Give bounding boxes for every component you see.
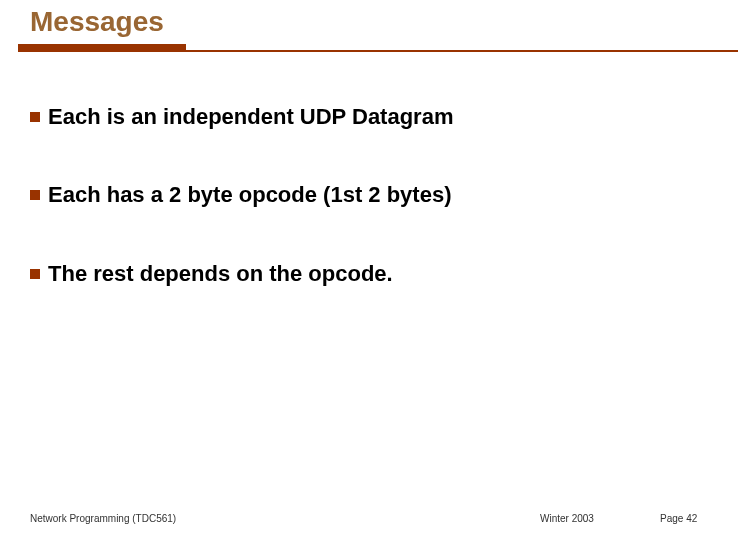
list-item: The rest depends on the opcode.	[30, 261, 756, 287]
content-area: Each is an independent UDP Datagram Each…	[0, 52, 756, 287]
footer-center: Winter 2003	[540, 513, 594, 524]
bullet-text: Each is an independent UDP Datagram	[48, 104, 453, 130]
square-bullet-icon	[30, 269, 40, 279]
footer-right: Page 42	[660, 513, 697, 524]
square-bullet-icon	[30, 112, 40, 122]
slide: Messages Each is an independent UDP Data…	[0, 0, 756, 540]
list-item: Each is an independent UDP Datagram	[30, 104, 756, 130]
list-item: Each has a 2 byte opcode (1st 2 bytes)	[30, 182, 756, 208]
square-bullet-icon	[30, 190, 40, 200]
footer-left: Network Programming (TDC561)	[30, 513, 176, 524]
slide-title: Messages	[0, 2, 756, 44]
title-area: Messages	[0, 0, 756, 52]
bullet-text: The rest depends on the opcode.	[48, 261, 393, 287]
bullet-text: Each has a 2 byte opcode (1st 2 bytes)	[48, 182, 451, 208]
title-divider	[18, 50, 738, 52]
